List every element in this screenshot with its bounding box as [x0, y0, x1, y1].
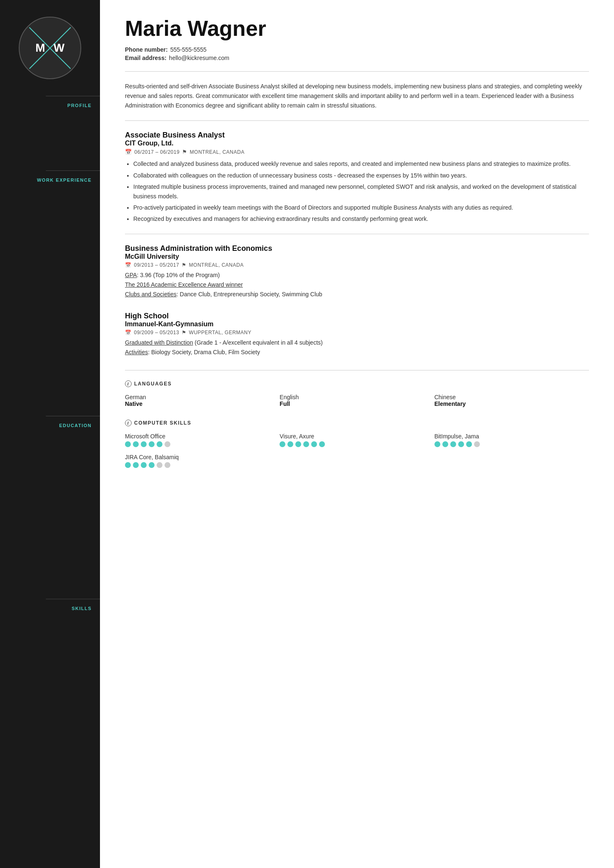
- bullet-1-3: Integrated multiple business process imp…: [133, 182, 589, 201]
- email-value: hello@kickresume.com: [169, 55, 230, 61]
- edu-location-2: WUPPERTAL, GERMANY: [189, 330, 252, 335]
- dot-4-5: [157, 462, 162, 468]
- sidebar-education-group: EDUCATION: [0, 416, 100, 440]
- skill-dots-1: [125, 441, 280, 447]
- initial-m: M: [35, 41, 45, 55]
- dot-1-6: [165, 441, 170, 447]
- edu-2: High School Immanuel-Kant-Gymnasium 📅 09…: [125, 312, 589, 357]
- edu-meta-2: 📅 09/2009 – 05/2013 ⚑ WUPPERTAL, GERMANY: [125, 330, 589, 335]
- language-name-1: German: [125, 394, 280, 400]
- avatar: M W: [19, 17, 81, 79]
- divider-after-work: [125, 234, 589, 234]
- work-experience-section: Associate Business Analyst CIT Group, Lt…: [125, 131, 589, 224]
- divider-after-education: [125, 370, 589, 370]
- skill-4: JIRA Core, Balsamiq: [125, 454, 589, 468]
- edu-degree-1: Business Administration with Economics: [125, 244, 589, 253]
- avatar-initials: M W: [35, 41, 65, 55]
- dot-4-4: [149, 462, 155, 468]
- language-level-3: Elementary: [434, 400, 589, 407]
- dot-4-6: [165, 462, 170, 468]
- skill-name-2: Visure, Axure: [280, 433, 434, 440]
- edu-activities: Activities: Biology Society, Drama Club,…: [125, 348, 589, 357]
- computer-skills-grid: Microsoft Office Visure, Axure: [125, 433, 589, 447]
- job-date-1: 06/2017 – 06/2019: [135, 149, 180, 155]
- job-title-1: Associate Business Analyst: [125, 131, 589, 140]
- sidebar-profile-group: PROFILE: [0, 96, 100, 120]
- location-icon-1: ⚑: [182, 149, 187, 155]
- skill-name-3: BitImpulse, Jama: [434, 433, 589, 440]
- dot-2-6: [319, 441, 325, 447]
- sidebar-divider-profile: [46, 96, 100, 96]
- languages-title-text: LANGUAGES: [134, 381, 172, 387]
- education-section: Business Administration with Economics M…: [125, 244, 589, 357]
- dot-1-1: [125, 441, 131, 447]
- sidebar-skills-group: SKILLS: [0, 599, 100, 623]
- grad-label: Graduated with Distinction: [125, 339, 193, 346]
- language-level-1: Native: [125, 400, 280, 407]
- clubs-label: Clubs and Societies: [125, 291, 177, 298]
- edu-date-2: 09/2009 – 05/2013: [134, 330, 180, 335]
- candidate-name: Maria Wagner: [125, 17, 589, 40]
- language-name-2: English: [280, 394, 434, 400]
- edu-meta-1: 📅 09/2013 – 05/2017 ⚑ MONTREAL, CANADA: [125, 262, 589, 268]
- language-level-2: Full: [280, 400, 434, 407]
- sidebar-label-work: WORK EXPERIENCE: [25, 178, 100, 183]
- dot-3-3: [450, 441, 456, 447]
- email-row: Email address: hello@kickresume.com: [125, 55, 589, 61]
- activities-value: : Biology Society, Drama Club, Film Soci…: [148, 349, 260, 355]
- phone-label: Phone number:: [125, 46, 168, 53]
- dot-2-4: [303, 441, 309, 447]
- location-icon-edu-1: ⚑: [182, 262, 187, 268]
- sidebar-divider-work: [46, 170, 100, 171]
- bullet-1-5: Recognized by executives and managers fo…: [133, 214, 589, 224]
- sidebar: M W PROFILE WORK EXPERIENCE EDUCATION SK…: [0, 0, 100, 868]
- dot-3-5: [466, 441, 472, 447]
- edu-grad: Graduated with Distinction (Grade 1 - A/…: [125, 338, 589, 348]
- info-icon-computer: i: [125, 420, 132, 426]
- skills-section: i LANGUAGES German Native English Full C…: [125, 380, 589, 468]
- computer-title-text: COMPUTER SKILLS: [134, 420, 191, 426]
- dot-2-5: [311, 441, 317, 447]
- clubs-value: : Dance Club, Entrepreneurship Society, …: [177, 291, 322, 298]
- skill-3: BitImpulse, Jama: [434, 433, 589, 447]
- main-content: Maria Wagner Phone number: 555-555-5555 …: [100, 0, 614, 868]
- phone-value: 555-555-5555: [170, 46, 207, 53]
- bullet-1-4: Pro-actively participated in weekly team…: [133, 203, 589, 213]
- activities-label: Activities: [125, 349, 148, 355]
- edu-date-1: 09/2013 – 05/2017: [134, 262, 180, 268]
- edu-clubs: Clubs and Societies: Dance Club, Entrepr…: [125, 290, 589, 299]
- location-icon-edu-2: ⚑: [182, 330, 187, 335]
- calendar-icon-edu-2: 📅: [125, 330, 132, 335]
- language-3: Chinese Elementary: [434, 394, 589, 407]
- skill-dots-2: [280, 441, 434, 447]
- bullet-1-1: Collected and analyzed business data, pr…: [133, 159, 589, 169]
- info-icon-languages: i: [125, 380, 132, 387]
- dot-3-6: [474, 441, 480, 447]
- skill-1: Microsoft Office: [125, 433, 280, 447]
- calendar-icon-1: 📅: [125, 149, 132, 155]
- email-label: Email address:: [125, 55, 167, 61]
- job-company-1: CIT Group, Ltd.: [125, 140, 589, 147]
- languages-title: i LANGUAGES: [125, 380, 589, 387]
- sidebar-divider-education: [46, 416, 100, 416]
- skill-2: Visure, Axure: [280, 433, 434, 447]
- skill-name-4: JIRA Core, Balsamiq: [125, 454, 589, 460]
- dot-4-2: [133, 462, 139, 468]
- language-2: English Full: [280, 394, 434, 407]
- divider-after-contact: [125, 71, 589, 72]
- bullet-1-2: Collaborated with colleagues on the redu…: [133, 171, 589, 180]
- sidebar-work-group: WORK EXPERIENCE: [0, 170, 100, 195]
- extra-skill-row: JIRA Core, Balsamiq: [125, 454, 589, 468]
- computer-skills-title: i COMPUTER SKILLS: [125, 420, 589, 426]
- dot-3-1: [434, 441, 440, 447]
- gpa-value: : 3.96 (Top 10% of the Program): [137, 272, 220, 278]
- grad-value: (Grade 1 - A/excellent equivalent in all…: [193, 339, 322, 346]
- skill-dots-3: [434, 441, 589, 447]
- edu-gpa: GPA: 3.96 (Top 10% of the Program): [125, 270, 589, 280]
- dot-2-2: [287, 441, 293, 447]
- skill-dots-4: [125, 462, 589, 468]
- sidebar-label-education: EDUCATION: [25, 423, 100, 428]
- dot-2-3: [295, 441, 301, 447]
- edu-1: Business Administration with Economics M…: [125, 244, 589, 299]
- dot-4-3: [141, 462, 147, 468]
